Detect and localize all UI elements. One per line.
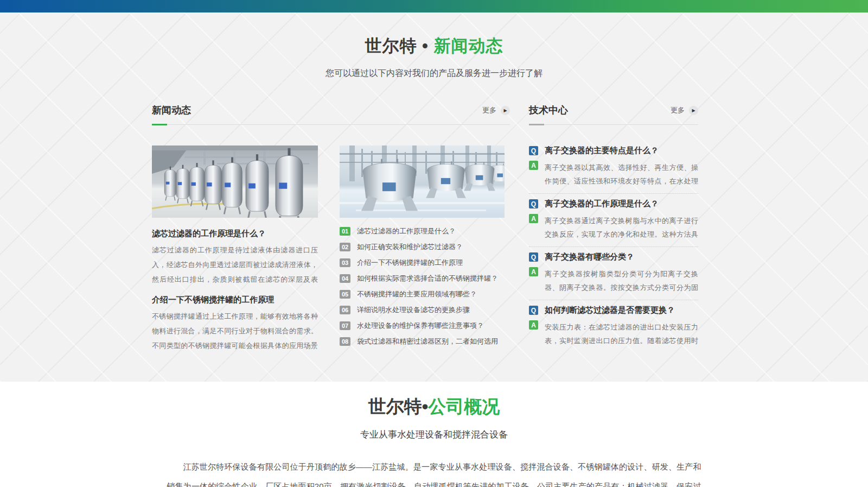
arrow-right-icon[interactable]: ▶ [689, 106, 698, 115]
qa-question-text[interactable]: 离子交换器的工作原理是什么？ [545, 199, 659, 209]
qa-answer-text: 安装压力表：在滤芯过滤器的进出口处安装压力表，实时监测进出口的压力值。随着滤芯使… [545, 320, 698, 347]
tech-block-header: 技术中心 更多 ▶ [529, 103, 698, 117]
list-item[interactable]: 01 滤芯过滤器的工作原理是什么？ [340, 223, 505, 239]
article-excerpt[interactable]: 滤芯过滤器的工作原理是待过滤液体由滤器进口压入，经滤芯自外向里透过滤层而被过滤成… [152, 243, 318, 287]
a-badge-icon: A [529, 267, 538, 276]
tech-divider [529, 124, 698, 125]
arrow-right-icon[interactable]: ▶ [501, 106, 510, 115]
list-item[interactable]: 02 如何正确安装和维护滤芯过滤器？ [340, 239, 505, 255]
news-title-accent: 新闻动态 [434, 36, 503, 55]
news-block: 新闻动态 更多 ▶ [152, 103, 510, 353]
list-item[interactable]: 03 介绍一下不锈钢搅拌罐的工作原理 [340, 255, 505, 270]
list-number-badge: 07 [340, 321, 350, 330]
a-badge-icon: A [529, 161, 538, 170]
list-item[interactable]: 05 不锈钢搅拌罐的主要应用领域有哪些？ [340, 286, 505, 302]
news-title-separator: • [417, 36, 433, 55]
news-heading: 新闻动态 [152, 104, 191, 117]
article-excerpt[interactable]: 不锈钢搅拌罐通过上述工作原理，能够有效地将各种物料进行混合，满足不同行业对于物料… [152, 309, 318, 353]
news-numbered-list: 01 滤芯过滤器的工作原理是什么？ 02 如何正确安装和维护滤芯过滤器？ 03 … [340, 223, 505, 349]
qa-answer-text: 离子交换器通过离子交换树脂与水中的离子进行交换反应，实现了水的净化和处理。这种方… [545, 214, 698, 241]
qa-question-row[interactable]: Q 离子交换器有哪些分类？ [529, 252, 698, 262]
tech-more-link[interactable]: 更多 ▶ [671, 105, 698, 115]
q-badge-icon: Q [529, 252, 538, 262]
list-item-text[interactable]: 如何根据实际需求选择合适的不锈钢搅拌罐？ [357, 274, 498, 283]
news-more-label[interactable]: 更多 [482, 105, 496, 115]
q-badge-icon: Q [529, 306, 538, 315]
list-number-badge: 04 [340, 274, 350, 283]
qa-answer-text: 离子交换器按树脂类型分类可分为阳离子交换器、阴离子交换器。按按交换方式分类可分为… [545, 267, 698, 294]
news-section: 世尔特 • 新闻动态 您可以通过以下内容对我们的产品及服务进一步进行了解 新闻动… [0, 12, 868, 382]
article-title[interactable]: 滤芯过滤器的工作原理是什么？ [152, 229, 318, 239]
list-item-text[interactable]: 不锈钢搅拌罐的主要应用领域有哪些？ [357, 289, 477, 299]
news-articles-column: 滤芯过滤器的工作原理是什么？ 滤芯过滤器的工作原理是待过滤液体由滤器进口压入，经… [152, 146, 318, 353]
tech-heading: 技术中心 [529, 104, 568, 117]
news-image-steel-tanks-row[interactable] [152, 146, 318, 218]
tech-center-block: 技术中心 更多 ▶ Q 离子交换器的主要特点是什么？ A 离子交换器以其高效、选… [529, 103, 698, 353]
q-badge-icon: Q [529, 146, 538, 155]
qa-question-text[interactable]: 离子交换器的主要特点是什么？ [545, 146, 659, 156]
list-item-text[interactable]: 滤芯过滤器的工作原理是什么？ [357, 226, 456, 236]
news-more-link[interactable]: 更多 ▶ [482, 105, 510, 115]
about-section-title: 世尔特•公司概况 [0, 395, 868, 419]
article-title[interactable]: 介绍一下不锈钢搅拌罐的工作原理 [152, 295, 318, 305]
qa-item[interactable]: Q 离子交换器有哪些分类？ A 离子交换器按树脂类型分类可分为阳离子交换器、阴离… [529, 247, 698, 300]
qa-answer-row: A 离子交换器以其高效、选择性好、再生方便、操作简便、适应性强和环境友好等特点，… [529, 161, 698, 188]
qa-item[interactable]: Q 离子交换器的主要特点是什么？ A 离子交换器以其高效、选择性好、再生方便、操… [529, 141, 698, 194]
list-item-text[interactable]: 介绍一下不锈钢搅拌罐的工作原理 [357, 258, 463, 268]
list-item[interactable]: 04 如何根据实际需求选择合适的不锈钢搅拌罐？ [340, 270, 505, 286]
top-gradient-bar [0, 0, 868, 12]
list-item-text[interactable]: 袋式过滤器和精密过滤器区别，二者如何选用 [357, 337, 498, 346]
list-number-badge: 01 [340, 227, 350, 236]
qa-question-row[interactable]: Q 如何判断滤芯过滤器是否需要更换？ [529, 305, 698, 315]
three-column-layout: 新闻动态 更多 ▶ [152, 103, 698, 353]
list-item[interactable]: 07 水处理设备的维护保养有哪些注意事项？ [340, 318, 505, 333]
list-item-text[interactable]: 如何正确安装和维护滤芯过滤器？ [357, 242, 463, 252]
qa-question-text[interactable]: 如何判断滤芯过滤器是否需要更换？ [545, 305, 675, 315]
about-section-subtitle: 专业从事水处理设备和搅拌混合设备 [0, 428, 868, 441]
company-overview-section: 世尔特•公司概况 专业从事水处理设备和搅拌混合设备 江苏世尔特环保设备有限公司位… [0, 382, 868, 487]
list-item[interactable]: 06 详细说明水处理设备滤芯的更换步骤 [340, 302, 505, 318]
qa-item[interactable]: Q 离子交换器的工作原理是什么？ A 离子交换器通过离子交换树脂与水中的离子进行… [529, 194, 698, 247]
qa-item[interactable]: Q 如何判断滤芯过滤器是否需要更换？ A 安装压力表：在滤芯过滤器的进出口处安装… [529, 300, 698, 353]
qa-answer-row: A 安装压力表：在滤芯过滤器的进出口处安装压力表，实时监测进出口的压力值。随着滤… [529, 320, 698, 347]
company-description-paragraph: 江苏世尔特环保设备有限公司位于丹顶鹤的故乡——江苏盐城。是一家专业从事水处理设备… [167, 457, 701, 487]
tech-more-label[interactable]: 更多 [671, 105, 685, 115]
q-badge-icon: Q [529, 199, 538, 208]
list-item-text[interactable]: 水处理设备的维护保养有哪些注意事项？ [357, 321, 484, 331]
news-image-mixing-vessels[interactable] [340, 146, 505, 218]
news-list-column: 01 滤芯过滤器的工作原理是什么？ 02 如何正确安装和维护滤芯过滤器？ 03 … [340, 146, 505, 353]
qa-answer-row: A 离子交换器通过离子交换树脂与水中的离子进行交换反应，实现了水的净化和处理。这… [529, 214, 698, 241]
news-divider [152, 124, 510, 125]
qa-answer-text: 离子交换器以其高效、选择性好、再生方便、操作简便、适应性强和环境友好等特点，在水… [545, 161, 698, 188]
a-badge-icon: A [529, 320, 538, 330]
news-section-subtitle: 您可以通过以下内容对我们的产品及服务进一步进行了解 [0, 68, 868, 79]
about-title-prefix: 世尔特• [368, 396, 429, 416]
news-title-prefix: 世尔特 [365, 36, 417, 55]
list-number-badge: 08 [340, 337, 350, 346]
qa-question-text[interactable]: 离子交换器有哪些分类？ [545, 252, 634, 262]
list-number-badge: 06 [340, 306, 350, 314]
a-badge-icon: A [529, 214, 538, 223]
qa-question-row[interactable]: Q 离子交换器的主要特点是什么？ [529, 146, 698, 156]
list-item-text[interactable]: 详细说明水处理设备滤芯的更换步骤 [357, 305, 470, 315]
news-block-header: 新闻动态 更多 ▶ [152, 103, 510, 117]
list-number-badge: 03 [340, 258, 350, 267]
news-content-row: 滤芯过滤器的工作原理是什么？ 滤芯过滤器的工作原理是待过滤液体由滤器进口压入，经… [152, 146, 510, 353]
news-section-title: 世尔特 • 新闻动态 [0, 35, 868, 58]
about-title-accent: 公司概况 [428, 396, 500, 416]
list-number-badge: 05 [340, 290, 350, 299]
list-number-badge: 02 [340, 243, 350, 251]
qa-list: Q 离子交换器的主要特点是什么？ A 离子交换器以其高效、选择性好、再生方便、操… [529, 141, 698, 353]
qa-question-row[interactable]: Q 离子交换器的工作原理是什么？ [529, 199, 698, 209]
qa-answer-row: A 离子交换器按树脂类型分类可分为阳离子交换器、阴离子交换器。按按交换方式分类可… [529, 267, 698, 294]
list-item[interactable]: 08 袋式过滤器和精密过滤器区别，二者如何选用 [340, 333, 505, 349]
